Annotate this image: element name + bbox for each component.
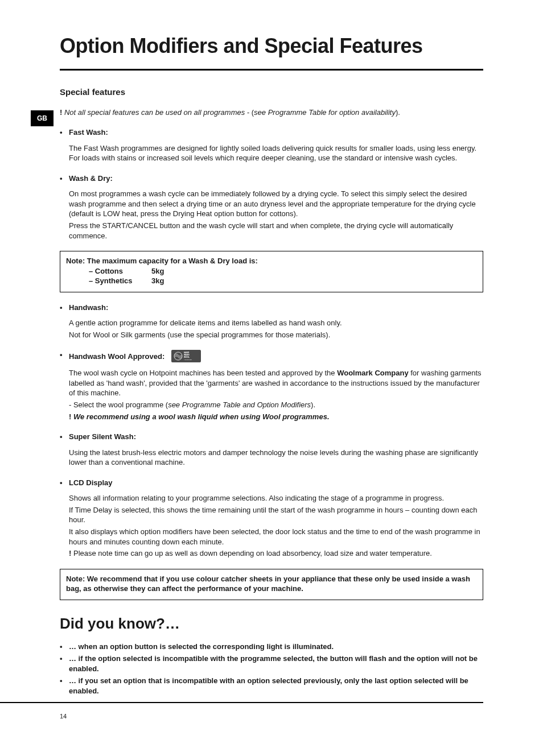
colour-catcher-note-box: Note: We recommend that if you use colou…: [60, 569, 483, 600]
feature-text: A gentle action programme for delicate i…: [69, 318, 483, 328]
intro-warning: ! Not all special features can be used o…: [60, 108, 483, 118]
body-block: Special features ! Not all special featu…: [60, 86, 483, 696]
feature-text: - Select the wool programme (see Program…: [69, 400, 483, 410]
capacity-value: 5kg: [151, 266, 164, 276]
capacity-row: – Cottons 5kg: [66, 266, 477, 276]
text-pre: - Select the wool programme (: [69, 400, 168, 409]
feature-label: Handwash:: [69, 303, 108, 312]
feature-body: The Fast Wash programmes are designed fo…: [69, 143, 483, 163]
feature-text: Shows all information relating to your p…: [69, 493, 483, 503]
intro-warning-paren-text: see Programme Table for option availabil…: [254, 108, 396, 117]
feature-body: A gentle action programme for delicate i…: [69, 318, 483, 340]
note-text: Note: We recommend that if you use colou…: [66, 574, 477, 594]
dyk-item: … when an option button is selected the …: [60, 642, 483, 652]
feature-text: The wool wash cycle on Hotpoint machines…: [69, 368, 483, 398]
feature-text: Not for Wool or Silk garments (use the s…: [69, 330, 483, 340]
feature-body: The wool wash cycle on Hotpoint machines…: [69, 368, 483, 422]
language-badge: GB: [31, 110, 54, 126]
page-title: Option Modifiers and Special Features: [60, 34, 483, 57]
feature-warning: ! We recommend using a wool wash liquid …: [69, 412, 483, 422]
text-post: ).: [311, 400, 315, 409]
text-pre: The wool wash cycle on Hotpoint machines…: [69, 369, 337, 377]
dyk-item: … if you set an option that is incompati…: [60, 676, 483, 696]
woolmark-icon: HAND WASH WOOL APPROVED: [171, 350, 201, 362]
feature-handwash: Handwash: A gentle action programme for …: [60, 303, 483, 340]
warning-text: We recommend using a wool wash liquid wh…: [73, 412, 330, 421]
feature-text: It also displays which option modifiers …: [69, 527, 483, 547]
feature-handwash-wool: Handwash Wool Approved: HAND WASH WOOL A…: [60, 350, 483, 422]
did-you-know-list: … when an option button is selected the …: [60, 642, 483, 696]
page: GB Option Modifiers and Special Features…: [0, 0, 543, 756]
capacity-value: 3kg: [151, 276, 164, 286]
feature-lcd-display: LCD Display Shows all information relati…: [60, 478, 483, 559]
warning-text: Please note time can go up as well as do…: [71, 549, 432, 557]
feature-label: Wash & Dry:: [69, 174, 113, 183]
title-divider: [60, 69, 483, 71]
feature-list: Fast Wash: The Fast Wash programmes are …: [60, 127, 483, 241]
page-number: 14: [60, 712, 483, 721]
feature-text: The Fast Wash programmes are designed fo…: [69, 143, 483, 163]
warning-icon: !: [60, 108, 62, 117]
feature-label: LCD Display: [69, 478, 113, 487]
did-you-know-heading: Did you know?…: [60, 614, 483, 634]
page-footer: 14: [60, 702, 483, 721]
footer-divider: [0, 702, 483, 703]
feature-wash-dry: Wash & Dry: On most programmes a wash cy…: [60, 173, 483, 241]
capacity-material: – Synthetics: [89, 276, 151, 286]
feature-fast-wash: Fast Wash: The Fast Wash programmes are …: [60, 127, 483, 163]
capacity-note-box: Note: The maximum capacity for a Wash & …: [60, 251, 483, 292]
note-title: Note: The maximum capacity for a Wash & …: [66, 256, 477, 266]
woolmark-company: Woolmark Company: [337, 369, 408, 377]
svg-text:APPROVED: APPROVED: [184, 359, 192, 361]
feature-list-continued: Handwash: A gentle action programme for …: [60, 303, 483, 559]
warning-icon: !: [69, 412, 71, 421]
feature-text: Press the START/CANCEL button and the wa…: [69, 221, 483, 241]
feature-text: If Time Delay is selected, this shows th…: [69, 505, 483, 525]
intro-warning-text-1: Not all special features can be used on …: [64, 108, 252, 117]
feature-super-silent: Super Silent Wash: Using the latest brus…: [60, 432, 483, 468]
dyk-item: … if the option selected is incompatible…: [60, 654, 483, 674]
feature-label: Handwash Wool Approved:: [69, 352, 164, 362]
section-heading-special-features: Special features: [60, 86, 483, 98]
feature-body: On most programmes a wash cycle can be i…: [69, 189, 483, 241]
feature-warning: ! Please note time can go up as well as …: [69, 548, 483, 559]
capacity-material: – Cottons: [89, 266, 151, 276]
feature-text: Using the latest brush-less electric mot…: [69, 448, 483, 468]
feature-text: On most programmes a wash cycle can be i…: [69, 189, 483, 219]
text-ital: see Programme Table and Option Modifiers: [168, 400, 311, 409]
feature-body: Using the latest brush-less electric mot…: [69, 448, 483, 468]
intro-warning-paren-close: ).: [396, 108, 400, 117]
feature-label: Super Silent Wash:: [69, 432, 136, 441]
capacity-row: – Synthetics 3kg: [66, 276, 477, 286]
svg-text:WOOL: WOOL: [184, 356, 190, 358]
feature-body: Shows all information relating to your p…: [69, 493, 483, 558]
feature-label: Fast Wash:: [69, 128, 108, 137]
